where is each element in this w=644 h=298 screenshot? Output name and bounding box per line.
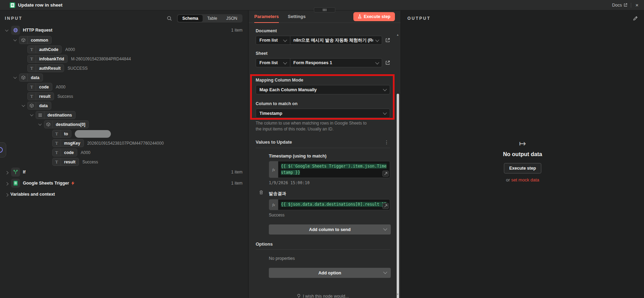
string-type-icon: T — [28, 65, 36, 72]
tab-settings[interactable]: Settings — [288, 10, 306, 23]
node-label[interactable]: If — [23, 170, 26, 174]
chevron-down-icon[interactable] — [21, 104, 26, 107]
string-type-icon: T — [28, 46, 36, 53]
sheets-icon — [11, 179, 20, 188]
string-type-icon: T — [53, 130, 61, 137]
document-resource-locator[interactable]: From list n8n으로 메시지 발송 자동화 체험하기 (Re... — [256, 36, 382, 45]
schema-value: SUCCESS — [68, 66, 88, 71]
schema-key-pill[interactable]: destinations — [36, 111, 76, 119]
chevron-right-icon[interactable] — [4, 171, 9, 173]
tab-parameters[interactable]: Parameters — [254, 10, 279, 23]
schema-key: common — [28, 36, 51, 44]
node-label[interactable]: HTTP Request — [23, 28, 52, 33]
schema-key-pill[interactable]: Tto — [52, 130, 71, 138]
schema-key: destinations[0] — [53, 121, 88, 128]
chevron-right-icon[interactable] — [4, 182, 9, 185]
chevron-down-icon — [383, 111, 387, 114]
input-schema-tree: HTTP Request1 itemcommonTauthCodeA000Tin… — [0, 25, 248, 200]
view-tab-schema[interactable]: Schema — [178, 15, 203, 22]
open-sheet-external-icon[interactable] — [385, 60, 390, 65]
match-column-label: Column to match on — [256, 101, 390, 106]
schema-key-pill[interactable]: common — [19, 36, 52, 44]
schema-key-pill[interactable]: Tcode — [27, 83, 52, 91]
schema-key-pill[interactable]: TmsgKey — [52, 139, 84, 147]
schema-key-pill[interactable]: Tresult — [27, 92, 54, 100]
chevron-down-icon[interactable] — [4, 29, 9, 32]
schema-value: 20260109154238107POM447760244000 — [87, 141, 164, 146]
chevron-down-icon[interactable] — [37, 123, 42, 126]
input-view-switcher: SchemaTableJSON — [177, 14, 242, 23]
chevron-down-icon[interactable] — [12, 39, 17, 41]
sheet-resource-locator[interactable]: From list Form Responses 1 — [256, 58, 382, 67]
match-column-select[interactable]: Timestamp — [256, 109, 390, 118]
section-label[interactable]: Variables and context — [10, 192, 55, 197]
if-icon — [11, 168, 20, 177]
schema-key-pill[interactable]: data — [27, 102, 51, 110]
parameters-panel: Parameters Settings Execute step Documen… — [249, 10, 401, 298]
fx-icon: fx — [269, 199, 278, 210]
canvas-node-peek[interactable] — [0, 142, 6, 157]
open-expression-editor-icon[interactable] — [382, 171, 389, 177]
string-type-icon: T — [53, 158, 61, 165]
schema-value: Success — [82, 160, 98, 164]
search-icon[interactable] — [167, 16, 172, 21]
schema-key-pill[interactable]: TauthCode — [27, 45, 62, 53]
chevron-down-icon[interactable] — [12, 76, 17, 79]
values-to-update-label: Values to Update — [256, 139, 292, 145]
chevron-down-icon — [383, 270, 387, 274]
chevron-down-icon — [375, 60, 379, 64]
parameters-scroll-area: Document From list n8n으로 메시지 발송 자동화 체험하기… — [249, 23, 396, 298]
chevron-down-icon[interactable] — [29, 114, 34, 116]
docs-link[interactable]: Docs — [612, 3, 627, 8]
timestamp-expression-input[interactable]: fx {{ $('Google Sheets Trigger').item.js… — [269, 161, 390, 178]
wish-link[interactable]: I wish this node would... — [256, 294, 390, 298]
schema-key: code — [36, 83, 52, 91]
string-type-icon: T — [28, 83, 36, 91]
schema-row: TmsgKey20260109154238107POM447760244000 — [0, 138, 248, 148]
view-tab-json[interactable]: JSON — [222, 15, 242, 22]
schema-key-pill[interactable]: destinations[0] — [44, 120, 89, 128]
output-panel-title: OUTPUT — [407, 16, 431, 21]
schema-value: A000 — [81, 150, 90, 155]
field-send-result: 발송결과 fx {{ $json.data.data.destinations[… — [269, 191, 390, 218]
node-details-view: Update row in sheet Docs × INPUT SchemaT… — [0, 0, 644, 298]
view-tab-table[interactable]: Table — [203, 15, 222, 22]
schema-key: result — [61, 158, 79, 165]
scroll-down-icon[interactable]: ▼ — [396, 293, 399, 296]
panel-drag-handle-icon[interactable] — [314, 7, 335, 12]
execute-step-button-output[interactable]: Execute step — [504, 163, 541, 173]
schema-key-pill[interactable]: data — [19, 74, 43, 82]
field-timestamp: Timestamp (using to match) fx {{ $('Goog… — [269, 154, 390, 186]
chevron-down-icon — [283, 38, 287, 42]
scroll-up-icon[interactable]: ▲ — [396, 33, 399, 36]
edit-output-icon[interactable] — [633, 16, 638, 21]
scrollbar[interactable]: ▲ ▼ — [396, 24, 400, 297]
open-expression-editor-icon[interactable] — [382, 203, 389, 209]
open-document-external-icon[interactable] — [385, 38, 390, 43]
node-label[interactable]: Google Sheets Trigger — [23, 181, 69, 186]
schema-row: TinfobankTrIdM-260109154238084PRD44844 — [0, 54, 248, 63]
external-link-icon — [624, 3, 627, 7]
add-column-button[interactable]: Add column to send — [269, 224, 391, 235]
schema-key-pill[interactable]: Tresult — [52, 158, 79, 166]
schema-key: to — [61, 130, 71, 137]
kebab-menu-icon[interactable]: ⋮ — [383, 139, 390, 145]
close-icon[interactable]: × — [635, 2, 639, 8]
trash-icon[interactable] — [259, 190, 263, 196]
schema-key: authCode — [36, 46, 61, 53]
schema-key-pill[interactable]: TinfobankTrId — [27, 55, 68, 63]
schema-row: common — [0, 35, 248, 45]
set-mock-data-link[interactable]: set mock data — [511, 177, 539, 182]
schema-key-pill[interactable]: Tcode — [52, 148, 77, 156]
add-option-button[interactable]: Add option — [269, 268, 391, 278]
chevron-right-icon[interactable] — [4, 193, 9, 196]
schema-key-pill[interactable]: TauthResult — [27, 64, 64, 72]
schema-row: TauthCodeA000 — [0, 45, 248, 54]
mapping-mode-select[interactable]: Map Each Column Manually — [256, 85, 390, 94]
execute-step-button[interactable]: Execute step — [353, 12, 395, 21]
scrollbar-thumb[interactable] — [397, 94, 399, 298]
send-result-expression-input[interactable]: fx {{ $json.data.data.destinations[0].re… — [269, 199, 390, 210]
item-count: 1 item — [231, 28, 242, 33]
chevron-down-icon — [375, 38, 379, 42]
input-panel-title: INPUT — [5, 16, 23, 21]
